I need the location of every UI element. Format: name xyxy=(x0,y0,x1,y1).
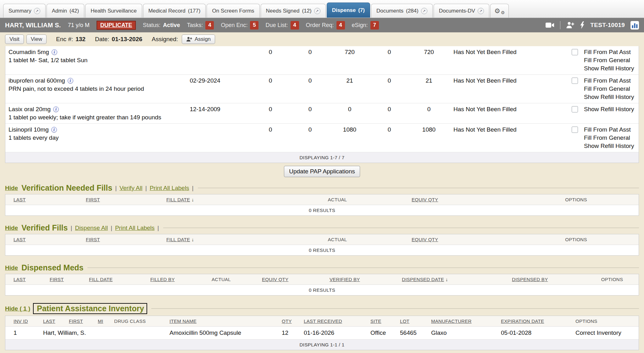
add-person-icon[interactable] xyxy=(566,22,574,29)
column-header-last[interactable]: LAST xyxy=(14,197,26,202)
tab-health-surveillance[interactable]: Health Surveillance xyxy=(85,4,142,18)
info-icon[interactable]: i xyxy=(52,49,57,55)
med-name[interactable]: ibuprofen oral 600mg xyxy=(8,77,65,85)
column-header-options: OPTIONS xyxy=(565,197,587,202)
column-header-dispensed-date[interactable]: DISPENSED DATE xyxy=(402,277,444,282)
column-header-last[interactable]: LAST xyxy=(14,277,26,282)
tab-summary[interactable]: Summary ↗ xyxy=(3,4,46,18)
duplicate-badge[interactable]: DUPLICATE xyxy=(97,21,136,30)
med-name[interactable]: Coumadin 5mg xyxy=(8,48,49,56)
print-all-labels-link[interactable]: Print All Labels xyxy=(115,225,155,231)
hide-link[interactable]: Hide xyxy=(5,225,18,231)
show-refill-history-link[interactable]: Show Refill History xyxy=(584,93,639,101)
popout-icon[interactable]: ↗ xyxy=(314,8,320,14)
column-header-inv-id[interactable]: INV ID xyxy=(14,318,28,324)
column-header-qty[interactable]: QTY xyxy=(282,318,292,324)
tasks-count-badge[interactable]: 4 xyxy=(205,21,214,30)
hide-link[interactable]: Hide xyxy=(5,264,18,271)
column-header-verified-by[interactable]: VERIFIED BY xyxy=(330,277,360,282)
column-header-filled-by[interactable]: FILLED BY xyxy=(150,277,175,282)
med-select-checkbox[interactable] xyxy=(572,127,578,133)
column-header-last[interactable]: LAST xyxy=(43,318,55,324)
due-list-count-badge[interactable]: 4 xyxy=(291,21,299,30)
esign-count-badge[interactable]: 7 xyxy=(370,21,379,30)
lightning-bolt-icon[interactable] xyxy=(580,21,585,29)
column-header-first[interactable]: FIRST xyxy=(86,237,100,242)
tab-admin[interactable]: Admin (42) xyxy=(47,4,84,18)
show-refill-history-link[interactable]: Show Refill History xyxy=(584,64,639,73)
open-enc-count-badge[interactable]: 5 xyxy=(250,21,258,30)
med-select-checkbox[interactable] xyxy=(572,49,578,55)
patient-header-bar: HART, WILLIAM S. 71 y/o M DUPLICATE Stat… xyxy=(0,18,644,32)
tab-needs-signed[interactable]: Needs Signed (12) ↗ xyxy=(261,4,326,18)
sort-desc-icon[interactable]: ↓ xyxy=(192,237,194,242)
column-header-expiration-date[interactable]: EXPIRATION DATE xyxy=(501,318,544,324)
column-header-first[interactable]: FIRST xyxy=(69,318,83,324)
fill-from-general-link[interactable]: Fill From General xyxy=(584,56,639,64)
bar-chart-icon[interactable] xyxy=(630,21,639,30)
column-header-manufacturer[interactable]: MANUFACTURER xyxy=(431,318,472,324)
divider xyxy=(151,308,639,309)
sort-desc-icon[interactable]: ↓ xyxy=(446,277,448,282)
column-header-lot[interactable]: LOT xyxy=(400,318,409,324)
tab-medical-record[interactable]: Medical Record (177) xyxy=(143,4,206,18)
fill-from-general-link[interactable]: Fill From General xyxy=(584,134,639,142)
fill-from-pat-asst-link[interactable]: Fill From Pat Asst xyxy=(584,126,639,134)
column-header-first[interactable]: FIRST xyxy=(50,277,64,282)
fill-from-general-link[interactable]: Fill From General xyxy=(584,85,639,93)
info-icon[interactable]: i xyxy=(53,106,59,112)
med-select-checkbox[interactable] xyxy=(572,106,578,112)
column-header-site[interactable]: SITE xyxy=(370,318,381,324)
column-header-equiv-qty[interactable]: EQUIV QTY xyxy=(412,197,438,202)
separator: | xyxy=(70,225,72,231)
tab-dispense[interactable]: Dispense (7) xyxy=(327,3,370,18)
esign-label: eSign: xyxy=(352,22,368,29)
med-name[interactable]: Lisinopril 10mg xyxy=(8,126,49,134)
order-req-count-badge[interactable]: 4 xyxy=(336,21,345,30)
column-header-last[interactable]: LAST xyxy=(14,237,26,242)
fill-from-pat-asst-link[interactable]: Fill From Pat Asst xyxy=(584,77,639,85)
hide-link[interactable]: Hide ( 1 ) xyxy=(5,305,30,312)
med-select-checkbox[interactable] xyxy=(572,78,578,84)
update-pap-applications-button[interactable]: Update PAP Applications xyxy=(284,166,360,177)
column-header-last-received[interactable]: LAST RECEIVED xyxy=(304,318,342,324)
column-header-actual: ACTUAL xyxy=(212,277,231,282)
settings-tab[interactable]: ⚙ ⚙ xyxy=(490,4,509,18)
dispense-all-link[interactable]: Dispense All xyxy=(75,225,108,231)
popout-icon[interactable]: ↗ xyxy=(34,8,40,14)
correct-inventory-link[interactable]: Correct Inventory xyxy=(567,329,639,336)
med-name[interactable]: Lasix oral 20mg xyxy=(8,105,51,113)
verify-all-link[interactable]: Verify All xyxy=(119,185,142,192)
column-header-fill-date[interactable]: FILL DATE xyxy=(166,237,190,242)
show-refill-history-link[interactable]: Show Refill History xyxy=(584,142,639,150)
column-header-first[interactable]: FIRST xyxy=(86,197,100,202)
info-icon[interactable]: i xyxy=(68,78,73,84)
video-camera-icon[interactable] xyxy=(546,22,554,28)
fill-from-pat-asst-link[interactable]: Fill From Pat Asst xyxy=(584,48,639,56)
sort-desc-icon[interactable]: ↓ xyxy=(192,197,194,202)
tab-documents-dv[interactable]: Documents-DV ↗ xyxy=(434,4,489,18)
tab-count: (177) xyxy=(188,8,201,14)
column-header-mi[interactable]: MI xyxy=(98,318,103,324)
section-title: Dispensed Meds xyxy=(21,263,83,272)
info-icon[interactable]: i xyxy=(51,127,57,133)
divider xyxy=(560,21,560,29)
medication-table: Coumadin 5mg i 1 tablet M- Sat, 1/2 tabl… xyxy=(5,46,639,163)
popout-icon[interactable]: ↗ xyxy=(478,8,484,14)
popout-icon[interactable]: ↗ xyxy=(421,8,427,14)
column-header-fill-date[interactable]: FILL DATE xyxy=(89,277,113,282)
view-button[interactable]: View xyxy=(26,35,47,44)
column-header-fill-date[interactable]: FILL DATE xyxy=(166,197,190,202)
column-header-actual: ACTUAL xyxy=(328,237,347,242)
tab-documents[interactable]: Documents (284) ↗ xyxy=(371,4,433,18)
column-header-equiv-qty[interactable]: EQUIV QTY xyxy=(412,237,438,242)
hide-link[interactable]: Hide xyxy=(5,185,18,192)
assign-button[interactable]: Assign xyxy=(182,35,215,44)
column-header-item-name[interactable]: ITEM NAME xyxy=(169,318,197,324)
show-refill-history-link[interactable]: Show Refill History xyxy=(584,105,639,113)
tab-on-screen-forms[interactable]: On Screen Forms xyxy=(207,4,259,18)
print-all-labels-link[interactable]: Print All Labels xyxy=(150,185,189,192)
column-header-dispensed-by[interactable]: DISPENSED BY xyxy=(512,277,548,282)
visit-button[interactable]: Visit xyxy=(5,35,24,44)
column-header-equiv-qty[interactable]: EQUIV QTY xyxy=(262,277,288,282)
